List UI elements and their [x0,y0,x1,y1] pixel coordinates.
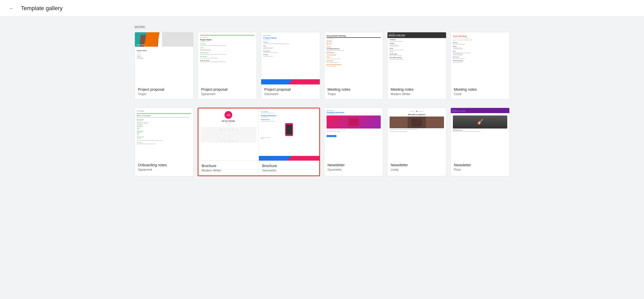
template-name: Project proposal [138,87,190,92]
template-name: Newsletter [328,163,380,167]
template-name-brochure-geo: Brochure [262,163,316,168]
template-brochure-combined[interactable]: GO GO·GO TRAVEL Travel Brochure Lorem ip… [198,108,320,176]
template-style: Plum [454,168,506,172]
template-name: Newsletter [391,163,443,167]
template-style: Coral [454,92,506,96]
template-info-newsletter-plum: Newsletter Plum [451,160,509,175]
template-style: Spearmint [201,92,253,96]
back-button[interactable]: ← [6,3,17,14]
template-name: Project proposal [201,87,253,92]
template-info-meeting-coral: Meeting notes Coral [451,84,509,99]
templates-row-1: Project Name Project Name Feb 2016 Your … [135,32,510,99]
template-preview-geometric: Your Company Project Name September 09, … [261,32,320,84]
template-info-onboarding: Onboarding notes Spearmint [135,160,193,175]
template-name: Onboarding notes [138,163,190,167]
page-title: Template gallery [21,5,62,12]
template-project-proposal-tropic[interactable]: Project Name Project Name Feb 2016 Your … [135,32,194,99]
template-info-newsletter-lively: Newsletter Lively [387,160,446,175]
templates-row-2: Your Company Your Title | Start Date Wel… [135,108,510,176]
template-name: Meeting notes [391,87,443,92]
template-name-brochure-mw: Brochure [202,163,256,168]
template-style-brochure-geo: Geometric [262,169,316,172]
template-name: Meeting notes [454,87,506,92]
template-preview-meeting-tropic: Annual Board Meeting Friday, 09/14/2018 … [324,32,383,84]
template-preview-spearmint: Your Company Project Name September 9th,… [198,32,257,84]
template-preview-brochure-mw: GO GO·GO TRAVEL Travel Brochure Lorem ip… [198,108,259,161]
template-meeting-notes-tropic[interactable]: Annual Board Meeting Friday, 09/14/2018 … [324,32,383,99]
template-style: Modern Writer [391,92,443,96]
template-project-proposal-spearmint[interactable]: Your Company Project Name September 9th,… [198,32,257,99]
template-style: Geometric [328,168,380,172]
template-info-meeting-tropic: Meeting notes Tropic [324,84,383,99]
template-info-spearmint: Project proposal Spearmint [198,84,257,99]
template-name: Newsletter [454,163,506,167]
template-preview-brochure-geo: Your Company Product Brochure • Septembe… [259,108,319,161]
template-style: Tropic [328,92,380,96]
template-style: Geometric [264,92,317,96]
template-style: Lively [391,168,443,172]
template-style: Spearmint [138,168,190,172]
template-info-tropic: Project proposal Tropic [135,84,193,99]
template-style: Tropic [138,92,190,96]
template-project-proposal-geometric[interactable]: Your Company Project Name September 09, … [261,32,320,99]
template-preview-meeting-modern: YOUR COMPANY MEETING NAME 09/04 AS SEPTE… [387,32,446,84]
template-newsletter-geometric[interactable]: Your Company Company Newsletter November… [324,108,383,176]
template-newsletter-lively[interactable]: WonderWorks ♥ Weekly Digest We have a su… [387,108,446,176]
template-info-newsletter-geo: Newsletter Geometric [324,160,383,175]
template-newsletter-plum[interactable]: Your Band NEWSLETTER We are nominated fo… [451,108,510,176]
template-meeting-notes-coral[interactable]: Team Meeting Attendees: Name1, Name2, Na… [451,32,510,99]
template-info-geometric: Project proposal Geometric [261,84,320,99]
template-style-brochure-mw: Modern Writer [202,169,256,172]
template-name: Project proposal [264,87,317,92]
template-preview-newsletter-geo: Your Company Company Newsletter November… [324,108,383,160]
template-name: Meeting notes [328,87,380,92]
back-icon: ← [9,5,14,11]
brochure-mw-info: Brochure Modern Writer [198,161,259,175]
template-info-meeting-modern: Meeting notes Modern Writer [387,84,446,99]
template-preview-tropic: Project Name Project Name Feb 2016 Your … [135,32,193,84]
template-meeting-notes-modern[interactable]: YOUR COMPANY MEETING NAME 09/04 AS SEPTE… [387,32,446,99]
section-label-work: WORK [135,23,510,29]
template-preview-newsletter-lively: WonderWorks ♥ Weekly Digest We have a su… [387,108,446,160]
template-preview-newsletter-plum: Your Band NEWSLETTER We are nominated fo… [451,108,509,160]
template-preview-onboarding: Your Company Your Title | Start Date Wel… [135,108,193,160]
brochure-geo-info: Brochure Geometric [259,161,319,175]
template-onboarding-spearmint[interactable]: Your Company Your Title | Start Date Wel… [135,108,194,176]
main-content: WORK Project Name Project Name Feb 2016 [114,17,530,195]
template-preview-meeting-coral: Team Meeting Attendees: Name1, Name2, Na… [451,32,509,84]
brochure-combined-info: Brochure Modern Writer Brochure Geometri… [198,161,319,175]
page-header: ← Template gallery [0,0,644,17]
